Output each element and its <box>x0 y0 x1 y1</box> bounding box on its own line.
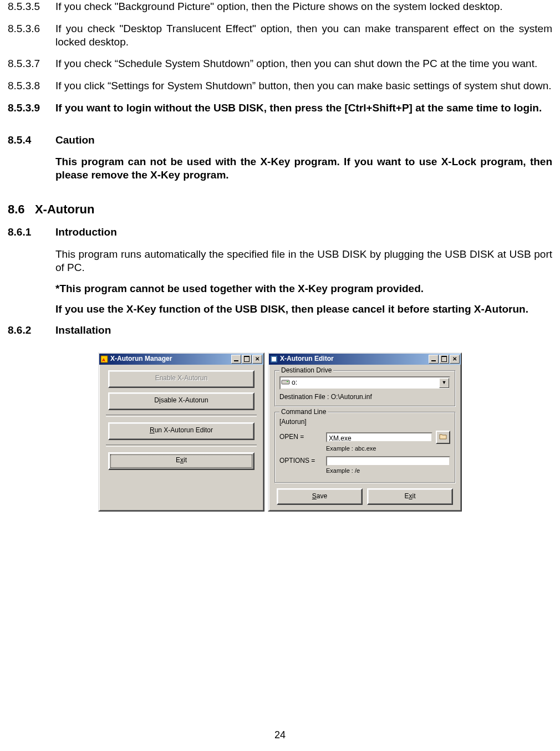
app-icon: A <box>100 355 108 363</box>
intro-p2: *This program cannot be used together wi… <box>55 282 552 295</box>
disable-autorun-button[interactable]: Disable X-Autorun <box>108 392 254 410</box>
separator <box>106 415 257 417</box>
heading-8-5-4: 8.5.4 Caution <box>8 134 552 147</box>
maximize-button[interactable] <box>242 355 252 364</box>
open-label: OPEN = <box>279 433 323 441</box>
section-number: 8.6 <box>8 202 25 216</box>
open-example: Example : abc.exe <box>326 445 450 453</box>
open-input[interactable]: XM.exe <box>326 432 432 442</box>
row-open: OPEN = XM.exe <box>279 431 450 444</box>
close-button[interactable]: ✕ <box>252 355 262 364</box>
chevron-down-icon[interactable]: ▼ <box>439 378 449 388</box>
heading-text: Installation <box>55 324 552 337</box>
heading-text: Caution <box>55 134 552 147</box>
para-8-5-3-6: 8.5.3.6 If you check "Desktop Translucen… <box>8 22 552 49</box>
para-8-5-3-9: 8.5.3.9 If you want to login without the… <box>8 101 552 115</box>
app-icon <box>270 355 278 363</box>
section-title: X-Autorun <box>35 202 95 216</box>
window-autorun-manager: A X-Autorun Manager ✕ Enable X-Autorun D… <box>98 352 264 512</box>
row-options: OPTIONS = <box>279 456 450 466</box>
heading-8-6: 8.6 X-Autorun <box>8 202 552 217</box>
item-text: If you check "Background Picture" option… <box>55 0 552 13</box>
autorun-label: [Autorun] <box>279 418 450 426</box>
group-legend: Command Line <box>279 408 328 416</box>
svg-rect-3 <box>272 357 276 361</box>
editor-footer: Save Exit <box>274 488 455 505</box>
close-button[interactable]: ✕ <box>450 355 460 364</box>
caution-text: This program can not be used with the X-… <box>55 155 552 182</box>
para-8-5-3-5: 8.5.3.5 If you check "Background Picture… <box>8 0 552 13</box>
window-title: X-Autorun Manager <box>110 355 231 363</box>
options-example: Example : /e <box>326 467 450 475</box>
options-input[interactable] <box>326 456 450 466</box>
item-number: 8.5.3.8 <box>8 79 55 93</box>
heading-text: Introduction <box>55 226 552 239</box>
run-editor-button[interactable]: Run X-Autorun Editor <box>108 422 254 440</box>
window-body: Enable X-Autorun Disable X-Autorun Run X… <box>99 365 263 480</box>
enable-autorun-button[interactable]: Enable X-Autorun <box>108 370 254 388</box>
svg-rect-4 <box>282 380 289 384</box>
window-body: Destination Drive o: ▼ Destination File … <box>269 365 461 511</box>
item-number: 8.5.3.5 <box>8 0 55 13</box>
heading-8-6-2: 8.6.2 Installation <box>8 324 552 337</box>
para-8-5-3-8: 8.5.3.8 If you click “Settings for Syste… <box>8 79 552 93</box>
item-text: If you check "Desktop Translucent Effect… <box>55 22 552 49</box>
options-label: OPTIONS = <box>279 457 323 465</box>
drive-dropdown[interactable]: o: ▼ <box>279 376 450 390</box>
drive-value: o: <box>291 379 439 387</box>
item-text: If you want to login without the USB DIS… <box>55 101 552 115</box>
drive-icon <box>281 379 291 387</box>
titlebar[interactable]: X-Autorun Editor ✕ <box>269 354 461 365</box>
item-number: 8.6.2 <box>8 324 55 337</box>
item-text: If you click “Settings for System Shutdo… <box>55 79 552 93</box>
item-number: 8.5.4 <box>8 134 55 147</box>
browse-button[interactable] <box>436 431 450 444</box>
svg-rect-5 <box>287 381 288 382</box>
group-legend: Destination Drive <box>279 366 333 375</box>
page-number: 24 <box>0 729 560 742</box>
screenshot-figures: A X-Autorun Manager ✕ Enable X-Autorun D… <box>8 352 552 512</box>
destination-file-label: Destination File : O:\Autorun.inf <box>279 393 450 401</box>
item-number: 8.5.3.7 <box>8 57 55 70</box>
titlebar[interactable]: A X-Autorun Manager ✕ <box>99 354 263 365</box>
item-text: If you check “Schedule System Shutdown” … <box>55 57 552 70</box>
svg-text:A: A <box>102 357 105 362</box>
separator <box>106 445 257 447</box>
intro-p3: If you use the X-Key function of the USB… <box>55 303 552 316</box>
minimize-button[interactable] <box>429 355 439 364</box>
exit-button[interactable]: Exit <box>108 452 254 470</box>
save-button[interactable]: Save <box>277 488 363 505</box>
document-page: 8.5.3.5 If you check "Background Picture… <box>0 0 560 751</box>
item-number: 8.6.1 <box>8 226 55 239</box>
intro-p1: This program runs automatically the spec… <box>55 248 552 274</box>
window-autorun-editor: X-Autorun Editor ✕ Destination Drive o: <box>268 352 462 512</box>
exit-button[interactable]: Exit <box>367 488 453 505</box>
minimize-button[interactable] <box>231 355 241 364</box>
maximize-button[interactable] <box>439 355 449 364</box>
window-title: X-Autorun Editor <box>280 355 428 363</box>
item-number: 8.5.3.6 <box>8 22 55 49</box>
group-command-line: Command Line [Autorun] OPEN = XM.exe Exa… <box>274 412 455 483</box>
heading-8-6-1: 8.6.1 Introduction <box>8 226 552 239</box>
group-destination-drive: Destination Drive o: ▼ Destination File … <box>274 370 455 406</box>
para-8-5-3-7: 8.5.3.7 If you check “Schedule System Sh… <box>8 57 552 70</box>
item-number: 8.5.3.9 <box>8 101 55 115</box>
folder-icon <box>439 433 447 442</box>
